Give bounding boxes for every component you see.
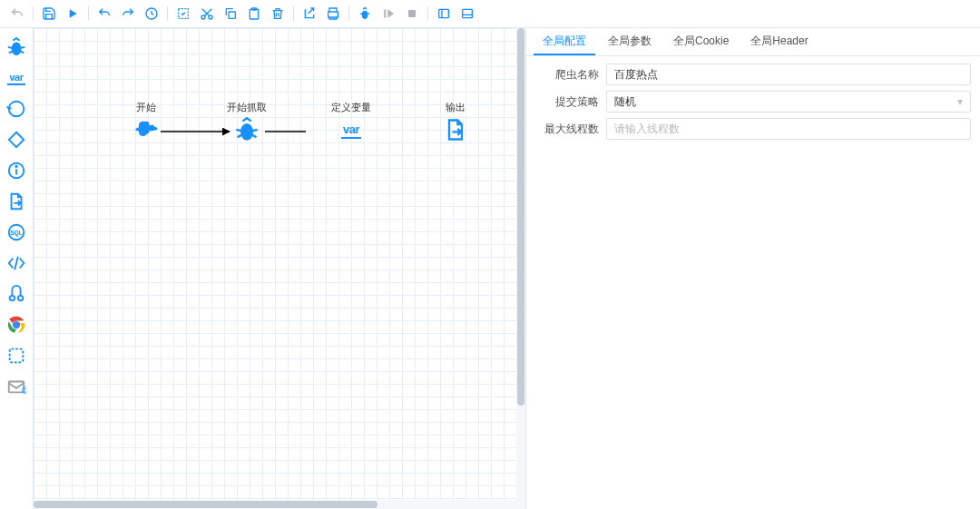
svg-rect-4 (229, 12, 235, 18)
toolbar-separator (293, 6, 294, 21)
chevron-down-icon: ▾ (957, 95, 963, 108)
svg-line-41 (252, 135, 257, 137)
config-panel: 全局配置 全局参数 全局Cookie 全局Header 爬虫名称 提交策略 随机 (525, 28, 980, 509)
toolbar-separator (88, 6, 89, 21)
undo2-icon[interactable] (94, 4, 114, 24)
tab-global-params[interactable]: 全局参数 (599, 28, 661, 55)
svg-point-7 (362, 11, 368, 19)
svg-line-20 (21, 52, 24, 54)
node-label: 开始抓取 (227, 101, 267, 114)
stop-icon[interactable] (402, 4, 422, 24)
info-node-icon[interactable] (4, 158, 29, 183)
loop-node-icon[interactable] (4, 96, 29, 122)
panel-bottom-icon[interactable] (457, 4, 477, 24)
svg-rect-6 (250, 9, 258, 19)
step-icon[interactable] (378, 4, 398, 24)
svg-point-27 (18, 296, 24, 301)
paste-icon[interactable] (244, 4, 264, 24)
svg-line-18 (21, 47, 25, 48)
svg-line-19 (9, 52, 13, 54)
svg-line-39 (252, 130, 258, 131)
output-icon (442, 116, 469, 143)
svg-line-17 (8, 47, 13, 48)
copy-icon[interactable] (220, 4, 240, 24)
start-icon (132, 116, 160, 143)
canvas-wrap: 开始 开始抓取 定义变量 var 输出 (34, 28, 525, 509)
tab-global-cookie[interactable]: 全局Cookie (664, 28, 738, 55)
selector-node-icon[interactable] (4, 343, 29, 368)
bug-node-icon[interactable] (4, 34, 29, 60)
svg-point-23 (15, 166, 16, 167)
var-icon: var (338, 116, 365, 143)
save-icon[interactable] (39, 4, 59, 24)
tab-global-config[interactable]: 全局配置 (534, 28, 595, 55)
selectall-icon[interactable] (173, 4, 193, 24)
delete-icon[interactable] (268, 4, 288, 24)
left-toolbar: var SQL @ (0, 28, 34, 509)
mail-node-icon[interactable]: @ (4, 374, 29, 399)
node-label: 开始 (136, 101, 156, 114)
node-crawl[interactable]: 开始抓取 (220, 101, 274, 143)
submit-strategy-select[interactable]: 随机 ▾ (606, 91, 971, 113)
flow-canvas[interactable]: 开始 开始抓取 定义变量 var 输出 (34, 28, 525, 509)
horizontal-scrollbar[interactable] (34, 500, 525, 509)
svg-point-2 (201, 15, 205, 19)
cut-icon[interactable] (197, 4, 217, 24)
edge-arrows (34, 28, 306, 164)
svg-line-40 (238, 135, 242, 137)
panel-left-icon[interactable] (434, 4, 454, 24)
config-form: 爬虫名称 提交策略 随机 ▾ 最大线程数 (526, 56, 980, 152)
run-icon[interactable] (63, 4, 83, 24)
node-start[interactable]: 开始 (119, 101, 173, 143)
print-icon[interactable] (323, 4, 343, 24)
select-value: 随机 (614, 94, 636, 110)
bug-icon[interactable] (355, 4, 375, 24)
sql-node-icon[interactable]: SQL (4, 220, 29, 245)
tab-global-header[interactable]: 全局Header (741, 28, 817, 55)
regex-node-icon[interactable] (4, 281, 29, 307)
redo-icon[interactable] (118, 4, 138, 24)
bug-icon (233, 116, 260, 143)
var-node-icon[interactable]: var (4, 65, 29, 91)
svg-text:@: @ (22, 386, 27, 395)
output-node-icon[interactable] (4, 189, 29, 214)
spider-name-label: 爬虫名称 (535, 67, 606, 83)
svg-point-37 (240, 123, 253, 141)
node-var[interactable]: 定义变量 var (324, 101, 378, 143)
export-icon[interactable] (299, 4, 319, 24)
node-output[interactable]: 输出 (428, 101, 483, 143)
undo-icon[interactable] (7, 4, 27, 24)
config-tabs: 全局配置 全局参数 全局Cookie 全局Header (526, 28, 980, 56)
toolbar-separator (348, 6, 349, 21)
svg-rect-12 (439, 9, 449, 17)
svg-point-16 (12, 43, 22, 56)
svg-rect-14 (463, 9, 473, 17)
script-node-icon[interactable] (4, 250, 29, 276)
svg-text:SQL: SQL (10, 230, 22, 237)
vertical-scrollbar[interactable] (516, 28, 525, 500)
toolbar-separator (33, 6, 34, 21)
toolbar-separator (167, 6, 168, 21)
top-toolbar (0, 0, 980, 28)
svg-point-3 (209, 15, 212, 19)
max-threads-label: 最大线程数 (535, 122, 606, 137)
node-label: 定义变量 (331, 101, 371, 114)
svg-rect-31 (10, 349, 24, 363)
node-label: 输出 (446, 101, 466, 114)
submit-strategy-label: 提交策略 (535, 94, 606, 110)
history-icon[interactable] (142, 4, 162, 24)
condition-node-icon[interactable] (4, 127, 29, 152)
svg-rect-10 (384, 9, 386, 17)
max-threads-input[interactable] (606, 118, 971, 140)
svg-line-38 (236, 130, 241, 131)
chrome-node-icon[interactable] (4, 312, 29, 338)
toolbar-separator (427, 6, 428, 21)
spider-name-input[interactable] (606, 64, 971, 85)
svg-point-26 (10, 296, 15, 301)
svg-rect-11 (408, 10, 416, 17)
